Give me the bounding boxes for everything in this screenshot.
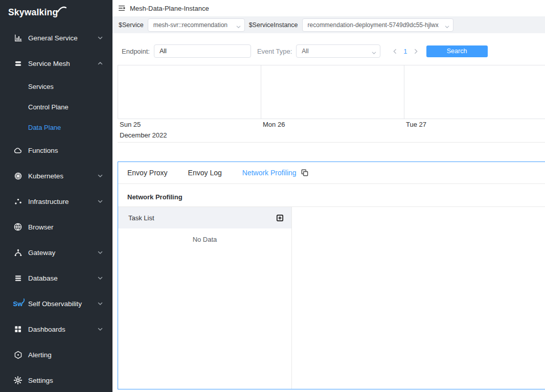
chevron-right-icon[interactable] — [413, 48, 419, 55]
sidebar-subitem-label: Data Plane — [28, 124, 61, 131]
sidebar-item-label: Gateway — [28, 249, 55, 257]
copy-icon[interactable] — [301, 169, 309, 177]
timeline-day-label: Sun 25 — [118, 121, 261, 128]
search-button[interactable]: Search — [426, 45, 488, 57]
event-type-select-value: All — [302, 48, 308, 55]
tabbar: Envoy Proxy Envoy Log Network Profiling — [118, 162, 545, 184]
service-var-label: $Service — [119, 21, 144, 29]
sidebar-item-label: Infrastructure — [28, 198, 69, 205]
sidebar-item-label: Dashboards — [28, 326, 65, 333]
task-list-empty-text: No Data — [118, 236, 291, 243]
sidebar-item-label: Functions — [28, 147, 58, 154]
tab-label: Envoy Proxy — [127, 169, 168, 177]
cloud-icon — [13, 146, 23, 155]
event-type-select[interactable]: All — [296, 44, 380, 58]
chevron-down-icon — [97, 301, 103, 307]
timeline-month-label: December 2022 — [118, 131, 545, 139]
task-list-header: Task List — [118, 207, 291, 228]
sidebar-item-label: General Service — [28, 34, 78, 42]
tab-network-profiling[interactable]: Network Profiling — [242, 169, 309, 177]
database-icon — [13, 274, 23, 283]
instance-var-label: $ServiceInstance — [249, 21, 298, 29]
chevron-left-icon[interactable] — [392, 48, 398, 55]
sidebar-item-browser[interactable]: Browser — [0, 214, 112, 240]
profiling-chart-area — [292, 207, 545, 389]
event-toolbar: Endpoint: Event Type: All 1 Search — [118, 44, 545, 58]
task-list-title: Task List — [128, 214, 154, 222]
kubernetes-icon — [13, 172, 23, 180]
sidebar-item-database[interactable]: Database — [0, 265, 112, 291]
sidebar-item-gateway[interactable]: Gateway — [0, 240, 112, 265]
endpoint-label: Endpoint: — [122, 48, 150, 55]
sidebar-item-kubernetes[interactable]: Kubernetes — [0, 163, 112, 189]
app-root: Skywalking General Service Service Mesh … — [0, 0, 545, 392]
chevron-down-icon — [444, 22, 450, 32]
timeline-day-label: Mon 26 — [261, 121, 404, 128]
timeline-column — [118, 65, 261, 119]
sidebar-item-label: Self Observability — [28, 300, 82, 308]
endpoint-input[interactable] — [154, 44, 251, 58]
variable-bar: $Service mesh-svr::recommendation $Servi… — [112, 16, 545, 33]
sidebar-item-label: Settings — [28, 377, 53, 384]
chevron-down-icon — [236, 22, 241, 32]
sidebar-subitem-data-plane[interactable]: Data Plane — [0, 117, 112, 137]
logo-swoosh-icon — [57, 6, 66, 13]
sidebar-item-settings[interactable]: Settings — [0, 367, 112, 392]
page-number[interactable]: 1 — [403, 48, 407, 55]
sidebar-item-infrastructure[interactable]: Infrastructure — [0, 189, 112, 214]
sidebar-item-label: Browser — [28, 223, 54, 231]
service-instance-select[interactable]: recommendation-deployment-5749d9dc55-hjl… — [302, 18, 453, 32]
tab-envoy-log[interactable]: Envoy Log — [188, 169, 222, 177]
sidebar-item-self-observability[interactable]: Sw Self Observability — [0, 291, 112, 316]
grid-icon — [13, 325, 23, 333]
sidebar: Skywalking General Service Service Mesh … — [0, 0, 112, 392]
network-profiling-body: Task List No Data — [118, 207, 545, 389]
task-list-panel: Task List No Data — [118, 207, 292, 389]
service-select[interactable]: mesh-svr::recommendation — [148, 18, 245, 32]
sidebar-item-dashboards[interactable]: Dashboards — [0, 316, 112, 342]
sidebar-subitem-label: Services — [28, 83, 54, 90]
gateway-icon — [13, 248, 23, 257]
chevron-up-icon — [97, 60, 103, 66]
sidebar-item-general-service[interactable]: General Service — [0, 25, 112, 51]
sidebar-item-functions[interactable]: Functions — [0, 137, 112, 163]
section-title: Network Profiling — [118, 184, 545, 207]
sidebar-item-label: Database — [28, 274, 58, 282]
gear-icon — [13, 376, 23, 385]
sidebar-item-service-mesh[interactable]: Service Mesh — [0, 51, 112, 76]
chevron-down-icon — [97, 249, 103, 256]
globe-icon — [13, 222, 23, 232]
pagination: 1 — [392, 48, 419, 55]
bar-chart-icon — [13, 34, 23, 42]
sidebar-item-label: Kubernetes — [28, 172, 63, 180]
sidebar-subitem-control-plane[interactable]: Control Plane — [0, 97, 112, 117]
page-title: Mesh-Data-Plane-Instance — [130, 5, 209, 12]
sidebar-menu: General Service Service Mesh Services Co… — [0, 25, 112, 392]
network-profiling-widget: Envoy Proxy Envoy Log Network Profiling … — [118, 162, 545, 389]
nodes-icon — [13, 197, 23, 206]
chevron-down-icon — [371, 49, 377, 58]
chevron-down-icon — [97, 326, 103, 332]
chevron-down-icon — [97, 275, 103, 281]
timeline-day-label: Tue 27 — [404, 121, 545, 128]
sidebar-item-alerting[interactable]: Alerting — [0, 342, 112, 367]
dashboard-body: Endpoint: Event Type: All 1 Search — [112, 33, 545, 392]
timeline-column — [404, 65, 545, 119]
sidebar-subitem-services[interactable]: Services — [0, 76, 112, 97]
service-select-value: mesh-svr::recommendation — [153, 21, 228, 29]
main-area: Mesh-Data-Plane-Instance $Service mesh-s… — [112, 0, 545, 392]
event-type-label: Event Type: — [257, 48, 292, 55]
alert-icon — [13, 351, 23, 359]
event-timeline-chart — [118, 65, 545, 119]
add-task-icon — [276, 214, 284, 222]
event-list-widget: Endpoint: Event Type: All 1 Search — [118, 33, 545, 143]
logo[interactable]: Skywalking — [0, 0, 112, 25]
tab-envoy-proxy[interactable]: Envoy Proxy — [127, 169, 168, 177]
timeline-column — [261, 65, 404, 119]
add-task-button[interactable] — [276, 214, 284, 222]
chevron-down-icon — [97, 198, 103, 204]
dashboard-titlebar: Mesh-Data-Plane-Instance — [112, 0, 545, 16]
chevron-down-icon — [97, 173, 103, 179]
tab-label: Network Profiling — [242, 169, 297, 177]
sidebar-item-label: Service Mesh — [28, 60, 70, 67]
